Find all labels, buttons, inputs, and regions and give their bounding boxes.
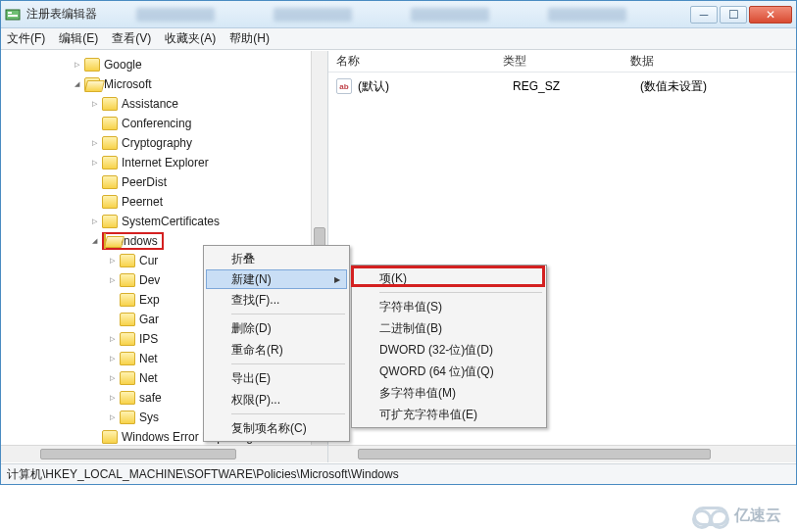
folder-icon <box>120 273 135 287</box>
ctx-export[interactable]: 导出(E) <box>206 367 347 389</box>
ctx-find[interactable]: 查找(F)... <box>206 289 347 311</box>
expand-icon[interactable] <box>89 217 100 227</box>
tree-item-label: Cryptography <box>122 136 192 150</box>
expand-icon[interactable] <box>107 354 118 364</box>
menu-file[interactable]: 文件(F) <box>7 30 45 47</box>
ctx-new-dword[interactable]: DWORD (32-位)值(D) <box>354 339 544 361</box>
ctx-new-string[interactable]: 字符串值(S) <box>354 296 544 317</box>
menubar: 文件(F) 编辑(E) 查看(V) 收藏夹(A) 帮助(H) <box>1 28 796 50</box>
context-submenu-new: 项(K) 字符串值(S) 二进制值(B) DWORD (32-位)值(D) QW… <box>351 265 547 428</box>
col-name[interactable]: 名称 <box>336 53 503 70</box>
ctx-new-key[interactable]: 项(K) <box>354 267 544 289</box>
value-row[interactable]: ab (默认) REG_SZ (数值未设置) <box>336 76 788 96</box>
values-horizontal-scrollbar[interactable] <box>328 445 796 462</box>
value-type: REG_SZ <box>513 79 640 93</box>
svg-rect-1 <box>8 12 12 14</box>
collapse-icon[interactable] <box>72 79 82 90</box>
window-title: 注册表编辑器 <box>26 6 97 23</box>
ctx-new-qword[interactable]: QWORD (64 位)值(Q) <box>354 361 544 382</box>
scrollbar-thumb[interactable] <box>358 449 711 459</box>
tree-item-label: Net <box>139 371 158 385</box>
ctx-permissions[interactable]: 权限(P)... <box>206 389 347 411</box>
tree-item-label: IPS <box>139 332 158 346</box>
status-path: 计算机\HKEY_LOCAL_MACHINE\SOFTWARE\Policies… <box>7 466 399 483</box>
expand-icon[interactable] <box>107 334 118 345</box>
tree-item-label: Gar <box>139 313 159 326</box>
expand-icon[interactable] <box>72 60 82 71</box>
value-name: (默认) <box>358 78 513 95</box>
ctx-new-expandstring[interactable]: 可扩充字符串值(E) <box>354 404 544 425</box>
watermark-text: 亿速云 <box>734 506 781 526</box>
tree-item[interactable]: SystemCertificates <box>1 212 327 231</box>
folder-icon <box>120 313 135 326</box>
col-type[interactable]: 类型 <box>503 53 630 70</box>
tree-item[interactable]: Peernet <box>1 192 327 212</box>
regedit-icon <box>5 7 21 23</box>
menu-favorites[interactable]: 收藏夹(A) <box>165 30 216 47</box>
tree-item-label: PeerDist <box>122 175 167 189</box>
tree-item[interactable]: Cryptography <box>1 133 327 153</box>
expand-icon[interactable] <box>107 256 118 266</box>
ctx-new[interactable]: 新建(N) <box>206 269 347 289</box>
ctx-collapse[interactable]: 折叠 <box>206 248 347 269</box>
tree-item-label: Net <box>139 352 158 365</box>
close-button[interactable]: ✕ <box>749 6 792 24</box>
ctx-copy-key-name[interactable]: 复制项名称(C) <box>206 417 347 439</box>
menu-edit[interactable]: 编辑(E) <box>59 30 98 47</box>
tree-item[interactable]: Google <box>1 55 327 74</box>
tree-horizontal-scrollbar[interactable] <box>1 445 327 462</box>
background-tabs <box>97 8 690 22</box>
tree-item[interactable]: PeerDist <box>1 172 327 192</box>
expand-icon[interactable] <box>107 373 118 384</box>
expand-icon[interactable] <box>89 99 100 110</box>
registry-editor-window: 注册表编辑器 ─ ☐ ✕ 文件(F) 编辑(E) 查看(V) 收藏夹(A) 帮助… <box>0 0 797 485</box>
statusbar: 计算机\HKEY_LOCAL_MACHINE\SOFTWARE\Policies… <box>1 463 796 484</box>
folder-icon <box>102 97 118 111</box>
folder-icon <box>84 58 100 72</box>
ctx-delete[interactable]: 删除(D) <box>206 317 347 339</box>
value-data: (数值未设置) <box>640 78 707 95</box>
ctx-new-multistring[interactable]: 多字符串值(M) <box>354 382 544 404</box>
watermark: 亿速云 <box>693 506 781 526</box>
tree-item[interactable]: Assistance <box>1 94 327 114</box>
tree-item-label: safe <box>139 391 162 405</box>
tree-item[interactable]: Microsoft <box>1 74 327 94</box>
expand-icon[interactable] <box>89 158 100 169</box>
menu-view[interactable]: 查看(V) <box>112 30 151 47</box>
ctx-rename[interactable]: 重命名(R) <box>206 339 347 361</box>
folder-icon <box>102 195 118 209</box>
tree-item[interactable]: Conferencing <box>1 114 327 133</box>
ctx-new-binary[interactable]: 二进制值(B) <box>354 317 544 339</box>
folder-icon <box>120 391 135 405</box>
expand-icon[interactable] <box>107 412 118 423</box>
folder-icon <box>120 332 135 346</box>
tree-item-label: Cur <box>139 254 158 267</box>
folder-icon <box>120 411 135 424</box>
expand-icon[interactable] <box>107 393 118 404</box>
col-data[interactable]: 数据 <box>630 53 654 70</box>
minimize-button[interactable]: ─ <box>690 6 718 24</box>
folder-icon <box>102 430 118 444</box>
tree-item-label: Microsoft <box>104 77 152 91</box>
separator <box>379 292 542 293</box>
menu-help[interactable]: 帮助(H) <box>229 30 270 47</box>
tree-item-label: Peernet <box>122 195 163 209</box>
expand-icon[interactable] <box>89 138 100 149</box>
maximize-button[interactable]: ☐ <box>720 6 747 24</box>
separator <box>231 413 345 414</box>
values-header[interactable]: 名称 类型 数据 <box>328 51 796 73</box>
titlebar[interactable]: 注册表编辑器 ─ ☐ ✕ <box>1 1 796 28</box>
expand-icon[interactable] <box>107 275 118 286</box>
tree-item-label: Sys <box>139 411 159 424</box>
tree-item-label: Dev <box>139 273 160 287</box>
scrollbar-thumb[interactable] <box>40 449 236 459</box>
tree-item[interactable]: Internet Explorer <box>1 153 327 172</box>
folder-icon <box>102 175 118 189</box>
tree-item-label: Conferencing <box>122 117 191 130</box>
watermark-logo-icon <box>693 507 728 526</box>
collapse-icon[interactable] <box>89 236 100 247</box>
highlight-annotation: Windows <box>102 232 164 250</box>
folder-icon <box>104 233 106 249</box>
folder-icon <box>102 215 118 228</box>
tree-item-label: Google <box>104 58 142 72</box>
